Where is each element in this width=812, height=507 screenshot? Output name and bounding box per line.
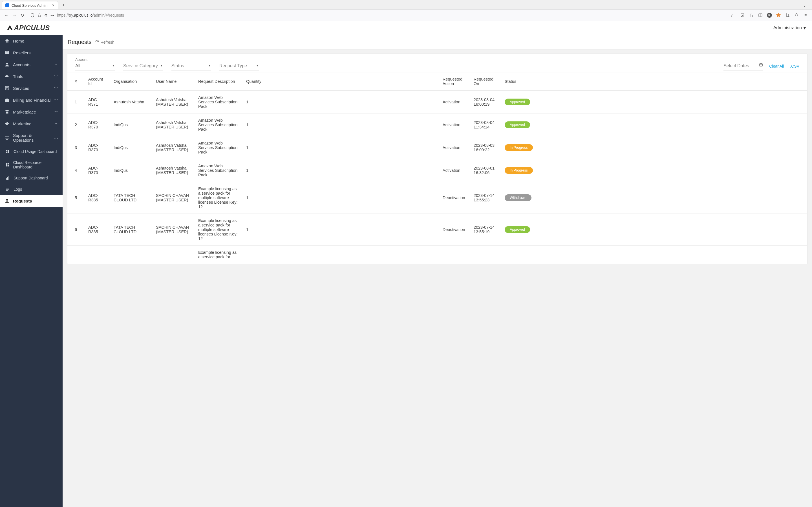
account-icon[interactable]: K: [767, 13, 772, 18]
requests-icon: [4, 198, 10, 203]
status-filter[interactable]: Status▼: [171, 62, 211, 70]
column-requested-on[interactable]: Requested On: [470, 72, 501, 91]
table-row[interactable]: 1ADC-R371Ashutosh VatshaAshutosh Vatsha …: [67, 91, 807, 114]
column-status[interactable]: Status: [501, 72, 807, 91]
svg-rect-17: [7, 177, 8, 180]
tab-strip: Cloud Services Admin × + ⌄: [0, 0, 812, 9]
sidebar-item-resellers[interactable]: Resellers: [0, 47, 63, 59]
cell-qty: 1: [242, 136, 439, 159]
sidebar-item-marketing[interactable]: Marketing﹀: [0, 118, 63, 129]
sidebar-item-support-operations[interactable]: Support & Operations︿: [0, 129, 63, 146]
crop-icon[interactable]: [785, 13, 790, 18]
lock-icon[interactable]: [38, 13, 42, 17]
trials-icon: [4, 74, 10, 79]
status-badge: In Progress: [505, 144, 533, 151]
administration-menu[interactable]: Administration ▾: [773, 25, 806, 31]
cell-org: IndiQus: [110, 159, 152, 182]
bookmark-star-icon[interactable]: ☆: [730, 13, 734, 17]
account-filter-label: Account: [75, 58, 115, 62]
library-icon[interactable]: [749, 13, 754, 18]
chevron-down-icon: ﹀: [54, 62, 59, 67]
table-body: 1ADC-R371Ashutosh VatshaAshutosh Vatsha …: [67, 91, 807, 264]
sidebar-item-billing-and-financial[interactable]: Billing and Financial﹀: [0, 94, 63, 106]
refresh-button[interactable]: Refresh: [94, 40, 114, 45]
logs-icon: [5, 187, 10, 192]
new-tab-button[interactable]: +: [60, 2, 67, 8]
sidebar-subitem-cloud-resource-dashboard[interactable]: Cloud Resource Dashboard: [0, 157, 63, 172]
column-request-description[interactable]: Request Description: [194, 72, 242, 91]
table-row[interactable]: 5ADC-R385TATA TECH CLOUD LTDSACHIN CHAVA…: [67, 182, 807, 214]
svg-rect-6: [6, 87, 8, 89]
pocket-icon[interactable]: [740, 13, 745, 18]
extensions-icon[interactable]: [794, 13, 799, 18]
table-row[interactable]: 6ADC-R385TATA TECH CLOUD LTDSACHIN CHAVA…: [67, 214, 807, 245]
sidebar-item-requests[interactable]: Requests: [0, 195, 63, 207]
sidebar-subitem-logs[interactable]: Logs: [0, 184, 63, 195]
sidebar-item-marketplace[interactable]: Marketplace﹀: [0, 106, 63, 118]
sidebar-subitem-support-dashboard[interactable]: Support Dashboard: [0, 172, 63, 184]
column-user-name[interactable]: User Name: [152, 72, 194, 91]
cell-org: TATA TECH CLOUD LTD: [110, 214, 152, 245]
sidebar-item-trials[interactable]: Trials﹀: [0, 70, 63, 82]
close-tab-icon[interactable]: ×: [52, 3, 54, 8]
cell-org: TATA TECH CLOUD LTD: [110, 182, 152, 214]
column-quantity[interactable]: Quantity: [242, 72, 439, 91]
column-organisation[interactable]: Organisation: [110, 72, 152, 91]
svg-rect-10: [8, 151, 9, 153]
cell-requested-on: 2023-08-04 11:34:14: [470, 114, 501, 136]
table-row[interactable]: Example licensing as a service pack for: [67, 245, 807, 264]
sidebar-item-services[interactable]: Services﹀: [0, 82, 63, 94]
back-button[interactable]: ←: [4, 13, 8, 18]
sidebar-toggle-icon[interactable]: [758, 13, 763, 18]
svg-rect-5: [5, 87, 9, 90]
tabs-dropdown-icon[interactable]: ⌄: [803, 3, 810, 8]
column--[interactable]: #: [67, 72, 84, 91]
sidebar-item-label: Requests: [13, 199, 32, 203]
refresh-icon: [94, 40, 99, 45]
support-operations-icon: [4, 135, 10, 140]
request-type-filter[interactable]: Request Type▼: [219, 62, 259, 70]
logo-icon: [6, 24, 13, 31]
favicon-icon: [5, 3, 9, 7]
cloud-usage-dashboard-icon: [5, 149, 10, 154]
sidebar-item-label: Logs: [13, 187, 22, 191]
column-account-id[interactable]: Account Id: [84, 72, 110, 91]
chevron-down-icon: ﹀: [54, 110, 59, 114]
sidebar: HomeResellersAccounts﹀Trials﹀Services﹀Bi…: [0, 35, 63, 507]
export-csv-button[interactable]: .CSV: [790, 64, 799, 68]
cell-status: Approved: [501, 114, 807, 136]
cell-desc: Example licensing as a service pack for: [194, 245, 242, 264]
reload-button[interactable]: ⟳: [21, 13, 24, 18]
key-icon[interactable]: ⊶: [50, 13, 54, 17]
sidebar-item-label: Services: [13, 86, 29, 91]
sidebar-subitem-cloud-usage-dashboard[interactable]: Cloud Usage Dashboard: [0, 146, 63, 157]
sidebar-item-home[interactable]: Home: [0, 35, 63, 47]
column-requested-action[interactable]: Requested Action: [439, 72, 470, 91]
table-row[interactable]: 4ADC-R370IndiQusAshutosh Vatsha (MASTER …: [67, 159, 807, 182]
cell-status: Approved: [501, 91, 807, 114]
clear-all-button[interactable]: Clear All: [769, 64, 784, 68]
shield-icon[interactable]: [30, 13, 35, 17]
sidebar-item-accounts[interactable]: Accounts﹀: [0, 59, 63, 70]
svg-rect-0: [38, 15, 41, 17]
requests-panel: Account All▼ Service Category▼ Status▼ R…: [67, 54, 808, 264]
account-filter[interactable]: Account All▼: [75, 58, 115, 70]
tune-icon[interactable]: ⚙: [44, 13, 48, 17]
chevron-down-icon: ﹀: [54, 121, 59, 126]
table-row[interactable]: 3ADC-R370IndiQusAshutosh Vatsha (MASTER …: [67, 136, 807, 159]
app-menu-icon[interactable]: ≡: [803, 13, 808, 18]
cell-org: Ashutosh Vatsha: [110, 91, 152, 114]
date-filter[interactable]: Select Dates: [723, 62, 763, 70]
browser-tab[interactable]: Cloud Services Admin ×: [2, 1, 58, 9]
service-category-filter[interactable]: Service Category▼: [123, 62, 163, 70]
chevron-up-icon: ︿: [54, 135, 59, 140]
svg-rect-9: [8, 150, 9, 151]
cell-status: Withdrawn: [501, 182, 807, 214]
metamask-icon[interactable]: [776, 13, 781, 18]
address-bar[interactable]: ⚙ ⊶ https://try.apiculus.io/admin/#/requ…: [29, 12, 736, 18]
logo[interactable]: APICULUS: [6, 24, 50, 32]
sidebar-item-label: Cloud Resource Dashboard: [13, 160, 58, 169]
browser-chrome: Cloud Services Admin × + ⌄ ← → ⟳ ⚙ ⊶ ht: [0, 0, 812, 21]
status-badge: In Progress: [505, 167, 533, 174]
table-row[interactable]: 2ADC-R370IndiQusAshutosh Vatsha (MASTER …: [67, 114, 807, 136]
